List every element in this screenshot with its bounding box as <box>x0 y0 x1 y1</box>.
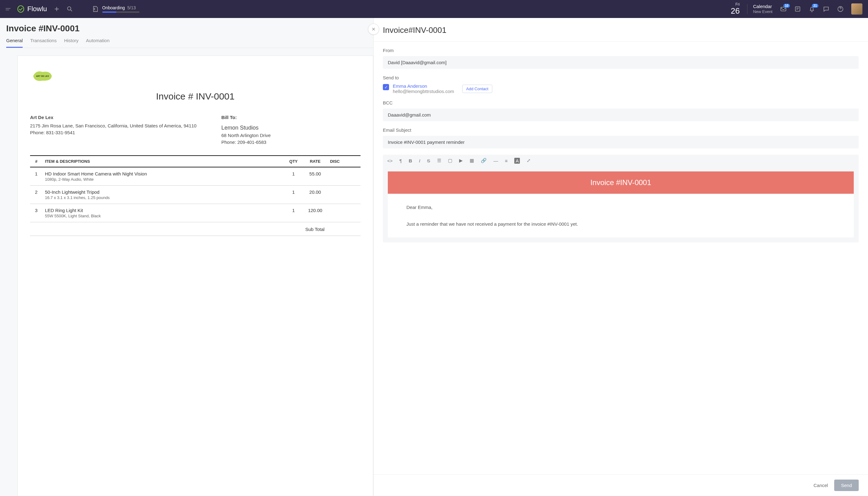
calendar-widget[interactable]: Calendar New Event <box>747 4 773 14</box>
date-weekday: Fri <box>731 2 740 6</box>
email-footer: Cancel Send <box>374 474 868 496</box>
sendto-label: Send to <box>383 75 859 80</box>
svg-point-0 <box>67 7 71 10</box>
billto-label: Bill To: <box>221 114 270 121</box>
table-row: 2 50-Inch Lightweight Tripod16.7 x 3.1 x… <box>30 185 360 204</box>
col-disc: DISC <box>328 156 360 167</box>
billto-addr: 68 North Arlington Drive <box>221 132 270 139</box>
italic-icon[interactable]: I <box>419 158 420 164</box>
code-view-icon[interactable]: <> <box>387 158 393 164</box>
add-contact-button[interactable]: Add Contact <box>462 84 493 93</box>
onboarding-icon <box>92 5 98 12</box>
company-logo: ART DE LEX <box>30 68 55 84</box>
invoice-tabs: General Transactions History Automation <box>6 38 373 48</box>
sendto-row: ✓ Emma Anderson hello@lemongbttrstudios.… <box>383 83 859 94</box>
date-number: 26 <box>731 6 740 16</box>
editor-toolbar: <> ¶ B I S ☰ ▢ ▶ ▦ 🔗 — ≡ A ⤢ <box>383 155 859 167</box>
hr-icon[interactable]: — <box>494 158 498 164</box>
email-body-editor[interactable]: Invoice #INV-0001 Dear Emma, Just a remi… <box>383 167 859 243</box>
bell-badge: 21 <box>812 4 818 8</box>
fullscreen-icon[interactable]: ⤢ <box>527 158 531 164</box>
app-logo[interactable]: Flowlu <box>17 5 47 13</box>
brand-name: Flowlu <box>27 5 47 13</box>
recipient-checkbox[interactable]: ✓ <box>383 84 389 90</box>
bcc-field[interactable]: Daaavid@gmail.com <box>383 108 859 121</box>
invoice-document: ART DE LEX Invoice # INV-0001 Art De Lex… <box>17 56 373 496</box>
table-row: 1 HD Indoor Smart Home Camera with Night… <box>30 167 360 186</box>
chat-button[interactable] <box>823 5 830 12</box>
image-icon[interactable]: ▢ <box>448 158 452 164</box>
email-panel-title: Invoice#INV-0001 <box>374 18 868 42</box>
email-panel: Invoice#INV-0001 From David [Daaavid@gma… <box>373 18 868 496</box>
cancel-button[interactable]: Cancel <box>813 483 828 488</box>
billto-name: Lemon Studios <box>221 124 270 132</box>
subject-field[interactable]: Invoice #INV-0001 payment reminder <box>383 136 859 149</box>
search-icon[interactable] <box>66 5 73 12</box>
email-line1: Just a reminder that we have not receive… <box>406 220 835 228</box>
main-area: Invoice #INV-0001 General Transactions H… <box>0 18 868 496</box>
user-avatar[interactable] <box>851 3 863 15</box>
from-addr-line: 2175 Jim Rosa Lane, San Francisco, Calif… <box>30 122 197 129</box>
paragraph-icon[interactable]: ¶ <box>400 158 402 164</box>
inbox-button[interactable]: 10 <box>780 5 787 12</box>
from-label: From <box>383 48 859 53</box>
onboarding-widget[interactable]: Onboarding 5/13 <box>92 5 140 13</box>
onboarding-count: 5/13 <box>127 5 136 10</box>
calendar-subtitle: New Event <box>753 9 773 14</box>
notes-button[interactable] <box>794 5 801 12</box>
table-row: 3 LED Ring Light Kit55W 5500K, Light Sta… <box>30 204 360 222</box>
help-icon <box>837 5 844 12</box>
email-greeting: Dear Emma, <box>406 203 835 212</box>
notifications-button[interactable]: 21 <box>808 5 815 12</box>
calendar-title: Calendar <box>753 4 773 9</box>
tab-history[interactable]: History <box>64 38 79 48</box>
email-banner: Invoice #INV-0001 <box>388 171 854 194</box>
plus-icon[interactable] <box>53 5 60 12</box>
app-header: Flowlu Onboarding 5/13 Fri 26 Calendar N… <box>0 0 868 18</box>
close-icon <box>371 27 376 32</box>
from-address: Art De Lex 2175 Jim Rosa Lane, San Franc… <box>30 114 197 146</box>
video-icon[interactable]: ▶ <box>459 158 463 164</box>
col-qty: QTY <box>284 156 303 167</box>
recipient-email: hello@lemongbttrstudios.com <box>393 89 454 94</box>
menu-toggle-icon[interactable] <box>5 8 11 10</box>
header-left: Flowlu Onboarding 5/13 <box>5 5 140 13</box>
onboarding-progress <box>102 12 140 13</box>
help-button[interactable] <box>837 5 844 12</box>
svg-text:ART DE LEX: ART DE LEX <box>36 75 49 77</box>
close-button[interactable] <box>368 24 379 35</box>
bcc-label: BCC <box>383 100 859 105</box>
list-icon[interactable]: ☰ <box>437 158 441 164</box>
col-num: # <box>30 156 43 167</box>
date-widget[interactable]: Fri 26 <box>731 2 740 16</box>
align-icon[interactable]: ≡ <box>505 158 508 164</box>
subtotal-label: Sub Total <box>303 222 360 236</box>
page-title: Invoice #INV-0001 <box>6 24 373 33</box>
font-icon[interactable]: A <box>514 158 520 164</box>
strike-icon[interactable]: S <box>427 158 430 164</box>
billto-address: Bill To: Lemon Studios 68 North Arlingto… <box>221 114 270 146</box>
from-field[interactable]: David [Daaavid@gmail.com] <box>383 56 859 69</box>
inbox-badge: 10 <box>784 4 790 8</box>
logo-mark-icon <box>17 5 25 13</box>
table-icon[interactable]: ▦ <box>470 158 474 164</box>
col-item: ITEM & DESCRIPTIONS <box>43 156 284 167</box>
bold-icon[interactable]: B <box>409 158 412 164</box>
invoice-doc-title: Invoice # INV-0001 <box>30 91 360 102</box>
header-right: Fri 26 Calendar New Event 10 21 <box>731 2 863 16</box>
tab-automation[interactable]: Automation <box>86 38 109 48</box>
invoice-items-table: # ITEM & DESCRIPTIONS QTY RATE DISC 1 HD… <box>30 155 360 236</box>
note-icon <box>794 5 801 12</box>
invoice-panel: Invoice #INV-0001 General Transactions H… <box>0 18 373 496</box>
col-rate: RATE <box>303 156 328 167</box>
recipient-name[interactable]: Emma Anderson <box>393 83 454 89</box>
billto-phone: Phone: 209-401-6583 <box>221 139 270 146</box>
send-button[interactable]: Send <box>834 480 859 491</box>
link-icon[interactable]: 🔗 <box>481 158 487 164</box>
from-phone: Phone: 831-331-9541 <box>30 129 197 136</box>
subtotal-row: Sub Total <box>30 222 360 236</box>
tab-transactions[interactable]: Transactions <box>30 38 57 48</box>
tab-general[interactable]: General <box>6 38 22 48</box>
subject-label: Email Subject <box>383 127 859 133</box>
chat-icon <box>823 5 830 12</box>
